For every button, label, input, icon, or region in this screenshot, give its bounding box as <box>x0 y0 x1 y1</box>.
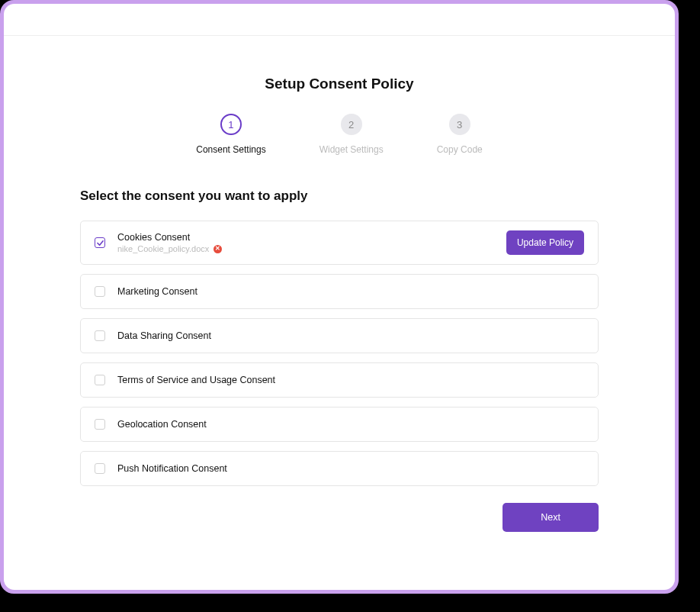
checkbox[interactable] <box>95 286 105 297</box>
step-number: 2 <box>341 114 362 135</box>
consent-filename: nike_Cookie_policy.docx <box>117 244 209 253</box>
consent-label: Data Sharing Consent <box>117 330 584 341</box>
consent-label: Marketing Consent <box>117 286 584 297</box>
stepper: 1 Consent Settings 2 Widget Settings 3 C… <box>80 114 599 155</box>
consent-file: nike_Cookie_policy.docx ✕ <box>117 244 494 253</box>
step-label: Consent Settings <box>196 144 265 155</box>
page-title: Setup Consent Policy <box>80 76 599 92</box>
step-number: 3 <box>449 114 470 135</box>
consent-text: Marketing Consent <box>117 286 584 297</box>
check-icon <box>97 240 104 246</box>
update-policy-button[interactable]: Update Policy <box>506 230 584 255</box>
consent-text: Push Notification Consent <box>117 463 584 474</box>
step-number: 1 <box>220 114 242 135</box>
consent-item-tos[interactable]: Terms of Service and Usage Consent <box>80 362 599 398</box>
consent-label: Geolocation Consent <box>117 419 584 430</box>
remove-file-icon[interactable]: ✕ <box>214 245 222 253</box>
footer: Next <box>80 503 599 532</box>
step-consent-settings[interactable]: 1 Consent Settings <box>196 114 265 155</box>
checkbox[interactable] <box>95 237 105 248</box>
consent-text: Geolocation Consent <box>117 419 584 430</box>
step-copy-code[interactable]: 3 Copy Code <box>437 114 483 155</box>
consent-item-cookies[interactable]: Cookies Consent nike_Cookie_policy.docx … <box>80 221 599 265</box>
step-widget-settings[interactable]: 2 Widget Settings <box>319 114 384 155</box>
consent-text: Data Sharing Consent <box>117 330 584 341</box>
consent-label: Terms of Service and Usage Consent <box>117 375 584 385</box>
checkbox[interactable] <box>95 330 105 341</box>
next-button[interactable]: Next <box>503 503 599 532</box>
consent-item-data-sharing[interactable]: Data Sharing Consent <box>80 318 599 353</box>
consent-item-marketing[interactable]: Marketing Consent <box>80 274 599 309</box>
consent-label: Cookies Consent <box>117 232 494 243</box>
top-bar <box>4 4 675 36</box>
consent-item-push[interactable]: Push Notification Consent <box>80 451 599 486</box>
consent-list: Cookies Consent nike_Cookie_policy.docx … <box>80 221 599 486</box>
consent-label: Push Notification Consent <box>117 463 584 474</box>
consent-text: Terms of Service and Usage Consent <box>117 375 584 385</box>
consent-item-geolocation[interactable]: Geolocation Consent <box>80 407 599 442</box>
app-frame: Setup Consent Policy 1 Consent Settings … <box>0 0 679 594</box>
checkbox[interactable] <box>95 375 105 385</box>
section-title: Select the consent you want to apply <box>80 188 599 204</box>
step-label: Copy Code <box>437 144 483 155</box>
step-label: Widget Settings <box>319 144 384 155</box>
checkbox[interactable] <box>95 463 105 474</box>
content: Setup Consent Policy 1 Consent Settings … <box>4 36 675 555</box>
panel: Setup Consent Policy 1 Consent Settings … <box>4 4 675 590</box>
checkbox[interactable] <box>95 419 105 430</box>
consent-text: Cookies Consent nike_Cookie_policy.docx … <box>117 232 494 253</box>
